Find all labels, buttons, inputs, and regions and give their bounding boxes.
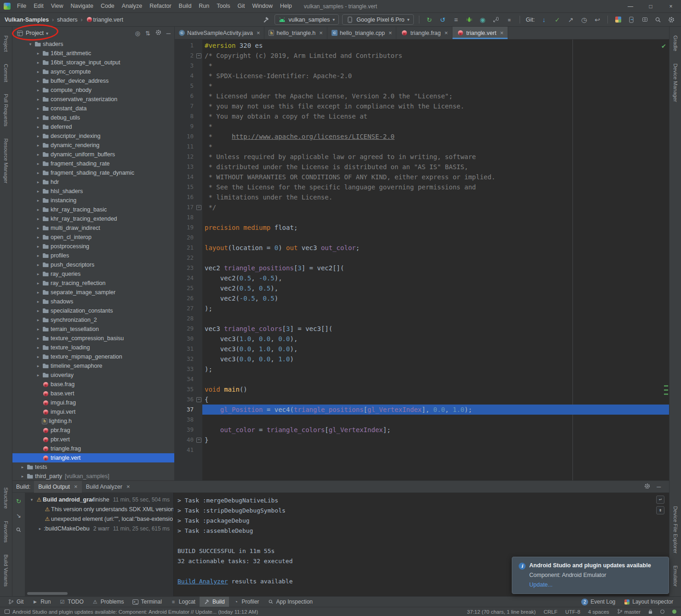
indent-setting[interactable]: 4 spaces [588,609,609,615]
maximize-button[interactable]: □ [641,0,661,12]
build-tree-row-2[interactable]: ⚠This version only understands SDK XML v… [25,504,173,514]
toolwindow-stripe-project[interactable]: Project [3,35,9,52]
chevron-right-icon[interactable]: ▸ [34,198,42,203]
toolwindow-button-profiler[interactable]: ◔Profiler [229,597,263,607]
gutter-line-21[interactable]: 21 [175,243,202,253]
code-line-22[interactable] [202,253,669,263]
tree-item-postprocessing[interactable]: ▸postprocessing [12,242,174,251]
minimize-button[interactable]: — [620,0,641,12]
push-icon[interactable]: ↗ [566,15,576,25]
gutter-line-3[interactable]: 3 [175,61,202,71]
hide-build-panel-icon[interactable]: ─ [657,484,661,490]
chevron-right-icon[interactable]: ▸ [34,345,42,350]
tree-item-triangle-frag[interactable]: triangle.frag [12,444,174,453]
toolwindow-stripe-gradle[interactable]: Gradle [673,35,678,51]
chevron-right-icon[interactable]: ▸ [34,244,42,249]
menu-build[interactable]: Build [175,0,195,12]
toolwindow-button-problems[interactable]: ⚠Problems [88,597,128,607]
chevron-right-icon[interactable]: ▸ [19,474,26,479]
gutter-line-37[interactable]: 37 [175,405,202,415]
history-icon[interactable]: ◷ [579,15,589,25]
tree-item-synchronization-2[interactable]: ▸synchronization_2 [12,315,174,325]
build-tree-row-3[interactable]: ⚠unexpected element (uri:"", local:"base… [25,514,173,524]
gutter-line-23[interactable]: 23 [175,263,202,273]
chevron-right-icon[interactable]: ▸ [34,189,42,194]
gutter-line-20[interactable]: 20 [175,233,202,243]
tree-item-base-frag[interactable]: base.frag [12,380,174,389]
tree-item-texture-compression-basisu[interactable]: ▸texture_compression_basisu [12,334,174,343]
close-tab-icon[interactable]: × [74,483,78,490]
chevron-right-icon[interactable]: ▸ [34,226,42,230]
close-tab-icon[interactable]: × [444,29,448,36]
gutter-line-18[interactable]: 18 [175,212,202,222]
tab-nativesampleactivity-java[interactable]: CNativeSampleActivity.java× [175,27,264,39]
tree-item-pbr-frag[interactable]: pbr.frag [12,426,174,435]
update-notification[interactable]: i Android Studio and plugin updates avai… [512,557,669,594]
toolwindow-stripe-commit[interactable]: Commit [3,64,9,82]
tree-item-separate-image-sampler[interactable]: ▸separate_image_sampler [12,288,174,297]
toolwindow-button-layout-inspector[interactable]: Layout Inspector [619,597,677,607]
build-tree-row-1[interactable]: ▾⚠Build android_gradle: finished11 min, … [25,495,173,504]
gutter-line-7[interactable]: 7 [175,101,202,111]
tree-item-hlsl-shaders[interactable]: ▸hlsl_shaders [12,187,174,196]
code-line-35[interactable]: void main() [202,384,669,394]
chevron-right-icon[interactable]: ▸ [34,262,42,267]
tree-item-fragment-shading-rate[interactable]: ▸fragment_shading_rate [12,159,174,168]
code-line-29[interactable]: vec3 triangle_colors[3] = vec3[]( [202,324,669,334]
rerun-build-icon[interactable]: ↻ [15,497,23,505]
tab-hello-triangle-cpp[interactable]: Chello_triangle.cpp× [327,27,397,39]
code-line-18[interactable] [202,212,669,222]
scroll-to-end-icon[interactable]: ⇟ [656,506,664,514]
tree-item-async-compute[interactable]: ▸async_compute [12,67,174,76]
gutter-line-33[interactable]: 33 [175,364,202,374]
line-separator[interactable]: CRLF [544,609,557,615]
toolwindow-button-run[interactable]: ▶Run [28,597,55,607]
gutter-line-1[interactable]: 1 [175,40,202,51]
fold-icon[interactable] [195,51,202,61]
menu-navigate[interactable]: Navigate [67,0,97,12]
gutter-line-38[interactable]: 38 [175,415,202,425]
build-tab-build-output[interactable]: Build Output× [34,481,81,493]
tree-item-multi-draw-indirect[interactable]: ▸multi_draw_indirect [12,223,174,233]
gutter-line-27[interactable]: 27 [175,303,202,314]
chevron-right-icon[interactable]: ▸ [34,272,42,276]
menu-analyze[interactable]: Analyze [118,0,146,12]
gutter-line-26[interactable]: 26 [175,293,202,303]
fold-icon[interactable] [195,394,202,405]
code-line-41[interactable] [202,445,669,455]
status-message[interactable]: Android Studio and plugin updates availa… [5,609,258,615]
tree-item-ray-tracing-reflection[interactable]: ▸ray_tracing_reflection [12,279,174,288]
gutter-line-19[interactable]: 19 [175,222,202,233]
sync-project-icon[interactable]: ↻ [424,15,435,25]
tree-item-tests[interactable]: ▸tests [12,462,174,472]
code-line-20[interactable] [202,233,669,243]
tree-item-triangle-vert[interactable]: triangle.vert [12,453,174,462]
chevron-right-icon[interactable]: ▸ [34,152,42,157]
code-line-17[interactable]: */ [202,202,669,212]
gutter-line-24[interactable]: 24 [175,273,202,283]
gutter-line-29[interactable]: 29 [175,324,202,334]
tree-item-pbr-vert[interactable]: pbr.vert [12,435,174,444]
gutter-line-30[interactable]: 30 [175,334,202,344]
menu-view[interactable]: View [47,0,67,12]
code-line-36[interactable]: { [202,394,669,405]
chevron-right-icon[interactable]: ▸ [34,97,42,102]
chevron-right-icon[interactable]: ▸ [34,60,42,65]
update-link[interactable]: Update... [529,582,553,588]
gutter-line-6[interactable]: 6 [175,91,202,101]
toolwindow-button-logcat[interactable]: ≡Logcat [166,597,200,607]
code-line-38[interactable] [202,415,669,425]
rollback-icon[interactable]: ↩ [592,15,602,25]
build-variants-icon[interactable]: ≡ [451,15,461,25]
code-line-24[interactable]: vec2(0.5, -0.5), [202,273,669,283]
tree-item-16bit-arithmetic[interactable]: ▸16bit_arithmetic [12,49,174,58]
layout-inspector-icon[interactable] [613,15,623,25]
tree-item-hdr[interactable]: ▸hdr [12,177,174,187]
chevron-down-icon[interactable]: ▾ [27,42,34,46]
close-tab-icon[interactable]: × [126,483,130,490]
chevron-right-icon[interactable]: ▸ [34,290,42,295]
encoding[interactable]: UTF-8 [565,609,580,615]
stop-icon[interactable]: ■ [504,15,515,25]
close-tab-icon[interactable]: × [319,29,323,36]
menu-git[interactable]: Git [234,0,248,12]
